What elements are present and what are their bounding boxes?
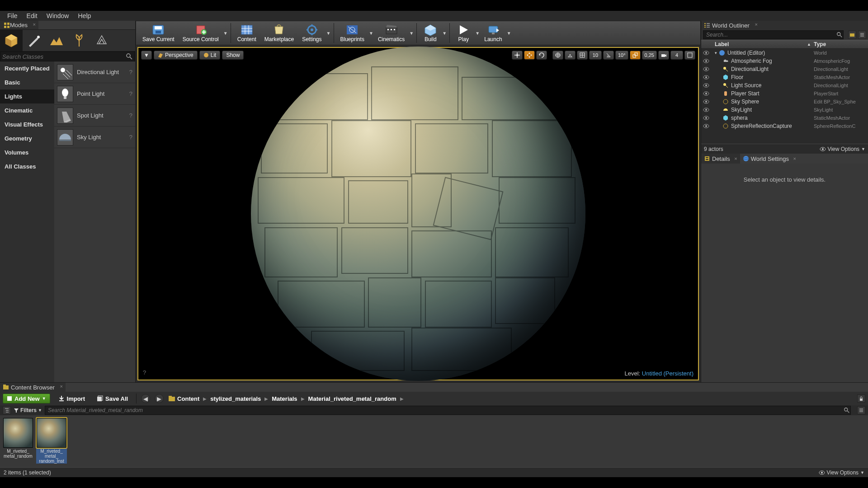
filters-button[interactable]: Filters ▼	[14, 407, 42, 413]
search-classes-input[interactable]	[2, 53, 126, 60]
mode-paint[interactable]	[23, 30, 45, 52]
outliner-row[interactable]: DirectionalLightDirectionalLight	[701, 65, 868, 73]
visibility-eye-icon[interactable]	[703, 99, 710, 104]
light-sky[interactable]: Sky Light ?	[54, 127, 135, 148]
select-mode-button[interactable]	[512, 51, 523, 60]
source-panel-toggle[interactable]	[3, 406, 11, 414]
visibility-eye-icon[interactable]	[703, 91, 710, 96]
outliner-row[interactable]: Sky SphereEdit BP_Sky_Sphe	[701, 98, 868, 106]
asset-item[interactable]: M_​riveted_​metal_​random	[3, 418, 33, 465]
outliner-row[interactable]: Light SourceDirectionalLight	[701, 81, 868, 89]
blueprints-dropdown[interactable]: ▼	[369, 31, 373, 36]
cat-visual-effects[interactable]: Visual Effects	[0, 117, 54, 131]
perspective-button[interactable]: Perspective	[154, 51, 198, 60]
angle-snap-toggle[interactable]	[603, 51, 614, 60]
menu-file[interactable]: File	[3, 11, 22, 20]
outliner-row[interactable]: SkyLightSkyLight	[701, 106, 868, 114]
angle-snap-value[interactable]: 10°	[615, 51, 628, 60]
outliner-row[interactable]: FloorStaticMeshActor	[701, 73, 868, 81]
marketplace-button[interactable]: Marketplace	[261, 21, 297, 45]
settings-button[interactable]: Settings	[298, 21, 325, 45]
lit-button[interactable]: Lit	[199, 51, 221, 60]
play-dropdown[interactable]: ▼	[475, 31, 480, 36]
camera-speed-button[interactable]	[658, 51, 669, 60]
blueprints-button[interactable]: Blueprints	[337, 21, 368, 45]
content-button[interactable]: Content	[234, 21, 260, 45]
outliner-new-folder-button[interactable]	[848, 31, 856, 39]
settings-dropdown[interactable]: ▼	[326, 31, 331, 36]
mode-place[interactable]	[0, 30, 23, 52]
show-button[interactable]: Show	[222, 51, 244, 60]
grid-snap-toggle[interactable]	[577, 51, 588, 60]
build-button[interactable]: Build	[420, 21, 441, 45]
menu-edit[interactable]: Edit	[22, 11, 42, 20]
menu-window[interactable]: Window	[42, 11, 74, 20]
outliner-search-input[interactable]	[703, 30, 844, 39]
close-icon[interactable]: ×	[60, 384, 62, 389]
save-all-button[interactable]: Save All	[93, 394, 132, 404]
close-icon[interactable]: ×	[33, 22, 36, 27]
close-icon[interactable]: ×	[755, 22, 757, 27]
tab-details[interactable]: Details ×	[701, 154, 740, 164]
level-name[interactable]: Untitled (Persistent)	[642, 370, 693, 377]
visibility-eye-icon[interactable]	[703, 116, 710, 120]
crumb-current[interactable]: Material_riveted_metal_random	[308, 395, 396, 402]
visibility-eye-icon[interactable]	[703, 108, 710, 112]
mode-landscape[interactable]	[45, 30, 68, 52]
visibility-eye-icon[interactable]	[703, 124, 710, 128]
cat-lights[interactable]: Lights	[0, 89, 54, 103]
visibility-eye-icon[interactable]	[703, 67, 710, 71]
grid-snap-value[interactable]: 10	[589, 51, 602, 60]
close-icon[interactable]: ×	[734, 156, 737, 161]
asset-area[interactable]: M_​riveted_​metal_​randomM_​riveted_​met…	[0, 415, 868, 467]
light-point[interactable]: Point Light ?	[54, 83, 135, 105]
help-icon[interactable]: ?	[129, 134, 132, 141]
outliner-row[interactable]: spheraStaticMeshActor	[701, 114, 868, 122]
crumb-stylized[interactable]: stylized_materials	[210, 395, 261, 402]
cat-all-classes[interactable]: All Classes	[0, 160, 54, 174]
outliner-options-button[interactable]	[858, 31, 866, 39]
save-current-button[interactable]: Save Current	[139, 21, 178, 45]
translate-mode-button[interactable]	[524, 51, 535, 60]
tab-modes[interactable]: Modes ×	[0, 21, 38, 29]
camera-speed-value[interactable]: 4	[670, 51, 683, 60]
tab-world-outliner[interactable]: World Outliner ×	[701, 21, 760, 30]
build-dropdown[interactable]: ▼	[442, 31, 447, 36]
visibility-eye-icon[interactable]	[703, 83, 710, 88]
cinematics-dropdown[interactable]: ▼	[409, 31, 414, 36]
cat-volumes[interactable]: Volumes	[0, 145, 54, 160]
help-icon[interactable]: ?	[129, 90, 132, 97]
crumb-content[interactable]: Content	[177, 395, 199, 402]
launch-dropdown[interactable]: ▼	[507, 31, 511, 36]
lock-path-button[interactable]	[857, 394, 865, 403]
menu-help[interactable]: Help	[73, 11, 95, 20]
tab-content-browser[interactable]: Content Browser ×	[0, 383, 66, 392]
help-icon[interactable]: ?	[129, 112, 132, 119]
cinematics-button[interactable]: Cinematics	[374, 21, 408, 45]
outliner-row[interactable]: Player StartPlayerStart	[701, 89, 868, 98]
tab-world-settings[interactable]: World Settings ×	[740, 154, 799, 164]
outliner-row[interactable]: ▾Untitled (Editor)World	[701, 49, 868, 57]
light-directional[interactable]: Directional Light ?	[54, 61, 135, 83]
cat-basic[interactable]: Basic	[0, 75, 54, 89]
source-control-button[interactable]: Source Control	[179, 21, 222, 45]
view-options-button[interactable]: View Options ▼	[820, 146, 865, 152]
actor-type[interactable]: Edit BP_Sky_Sphe	[814, 99, 868, 104]
scale-snap-value[interactable]: 0,25	[642, 51, 657, 60]
search-classes[interactable]	[0, 52, 135, 61]
column-label[interactable]: Label▲	[701, 40, 814, 48]
rotate-mode-button[interactable]	[536, 51, 547, 60]
column-type[interactable]: Type	[814, 40, 868, 48]
outliner-row[interactable]: SphereReflectionCaptureSphereReflectionC	[701, 122, 868, 130]
source-control-dropdown[interactable]: ▼	[223, 31, 228, 36]
cat-geometry[interactable]: Geometry	[0, 131, 54, 145]
viewport-maximize-button[interactable]	[684, 51, 695, 60]
nav-back-button[interactable]: ◀	[141, 394, 150, 403]
cb-settings-button[interactable]	[857, 406, 865, 414]
cat-recently-placed[interactable]: Recently Placed	[0, 61, 54, 75]
coordinate-system-button[interactable]	[552, 51, 563, 60]
outliner-row[interactable]: Atmospheric FogAtmosphericFog	[701, 57, 868, 65]
visibility-eye-icon[interactable]	[703, 75, 710, 80]
crumb-materials[interactable]: Materials	[272, 395, 297, 402]
scale-snap-toggle[interactable]	[630, 51, 641, 60]
